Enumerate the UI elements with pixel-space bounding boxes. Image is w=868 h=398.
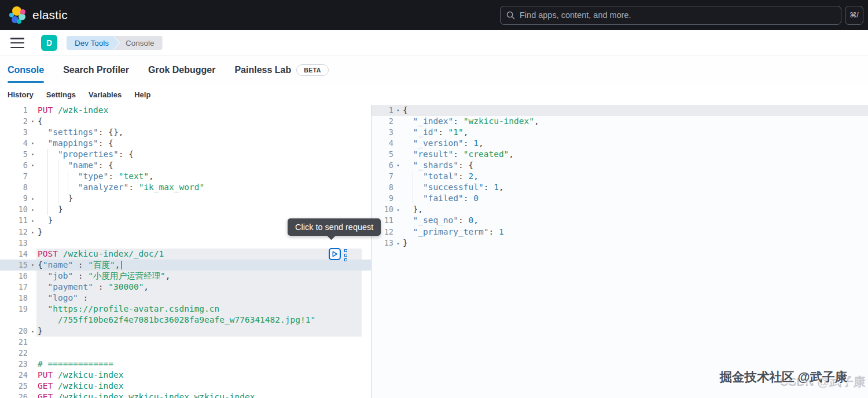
fold-gutter: [393, 215, 403, 226]
code-line[interactable]: 7 "type": "text",: [0, 171, 371, 182]
code-line[interactable]: 20▴}: [0, 326, 371, 337]
fold-toggle-icon[interactable]: ▴: [28, 215, 38, 226]
fold-toggle-icon[interactable]: ▾: [28, 138, 38, 149]
console-editor: 1PUT /wzk-index2▾{3 "settings": {},4▾ "m…: [0, 105, 868, 398]
menu-hamburger-icon[interactable]: [10, 38, 24, 48]
line-number: 15: [0, 260, 28, 271]
fold-toggle-icon[interactable]: ▴: [393, 204, 403, 215]
code-text: }: [38, 326, 371, 337]
fold-toggle-icon[interactable]: ▴: [393, 238, 403, 249]
line-number: 6: [372, 160, 393, 171]
output-line: 13▴}: [372, 238, 868, 249]
line-number: 13: [372, 238, 393, 249]
output-line: 10▴ },: [372, 204, 868, 215]
code-line[interactable]: 8 "analyzer": "ik_max_word": [0, 182, 371, 193]
line-number: 16: [0, 271, 28, 282]
code-line[interactable]: 5▾ "properties": {: [0, 149, 371, 160]
code-line[interactable]: /755ff10be62f4e7081bc36028fa9eafe_w77634…: [0, 315, 371, 326]
line-number: 9: [0, 193, 28, 204]
code-line[interactable]: 24PUT /wzkicu-index: [0, 370, 371, 381]
fold-gutter: [28, 359, 38, 370]
code-line[interactable]: 21: [0, 337, 371, 348]
global-search-input[interactable]: [520, 10, 835, 20]
line-number: [0, 315, 28, 326]
code-line[interactable]: 10▴ }: [0, 204, 371, 215]
breadcrumb-dev-tools[interactable]: Dev Tools: [67, 36, 119, 50]
code-line[interactable]: 2▾{: [0, 116, 371, 127]
code-text: }: [38, 204, 371, 215]
menu-item-variables[interactable]: Variables: [89, 90, 122, 99]
fold-toggle-icon[interactable]: ▾: [28, 116, 38, 127]
code-line[interactable]: 1PUT /wzk-index: [0, 105, 371, 116]
fold-toggle-icon[interactable]: ▴: [28, 204, 38, 215]
code-text: # =============: [38, 359, 371, 370]
fold-gutter: [28, 381, 38, 392]
tab-grok-debugger[interactable]: Grok Debugger: [148, 56, 215, 84]
fold-gutter: [28, 249, 38, 260]
line-number: 24: [0, 370, 28, 381]
menu-item-settings[interactable]: Settings: [46, 90, 76, 99]
send-request-button[interactable]: [329, 248, 341, 260]
fold-toggle-icon[interactable]: ▾: [28, 260, 38, 271]
code-line[interactable]: 14POST /wzkicu-index/_doc/1: [0, 249, 371, 260]
request-editor-pane[interactable]: 1PUT /wzk-index2▾{3 "settings": {},4▾ "m…: [0, 105, 372, 398]
indent-guide: [68, 171, 68, 182]
fold-toggle-icon[interactable]: ▴: [28, 227, 38, 238]
code-line[interactable]: 3 "settings": {},: [0, 127, 371, 138]
code-line[interactable]: 15▾{"name" : "百度",: [0, 260, 371, 271]
code-text: "type": "text",: [38, 171, 371, 182]
code-text: "https://profile-avatar.csdnimg.cn: [38, 304, 371, 315]
tab-label: Console: [8, 65, 44, 75]
indent-guide: [413, 182, 413, 193]
line-number: 3: [0, 127, 28, 138]
code-line[interactable]: 4▾ "mappings": {: [0, 138, 371, 149]
code-line[interactable]: 26GET /wzkicu-index,wzkicu-index,wzkicu-…: [0, 392, 371, 398]
line-number: 7: [372, 171, 393, 182]
fold-gutter: [393, 127, 403, 138]
line-number: 5: [0, 149, 28, 160]
code-line[interactable]: 18 "logo" :: [0, 293, 371, 304]
fold-toggle-icon[interactable]: ▴: [28, 193, 38, 204]
fold-toggle-icon[interactable]: ▾: [28, 149, 38, 160]
fold-gutter: [28, 370, 38, 381]
tab-painless-lab[interactable]: Painless LabBETA: [234, 56, 328, 84]
code-line[interactable]: 22: [0, 348, 371, 359]
output-line: 9 "failed": 0: [372, 193, 868, 204]
output-line: 7 "total": 2,: [372, 171, 868, 182]
code-line[interactable]: 16 "job" : "小度用户运营经理",: [0, 271, 371, 282]
dev-tools-tabs: ConsoleSearch ProfilerGrok DebuggerPainl…: [0, 56, 868, 84]
code-text: PUT /wzkicu-index: [38, 370, 371, 381]
code-text: [38, 348, 371, 359]
line-number: 12: [0, 227, 28, 238]
code-line[interactable]: 13: [0, 238, 371, 249]
code-text: "payment" : "30000",: [38, 282, 371, 293]
breadcrumb: Dev ToolsConsole: [67, 36, 163, 50]
fold-toggle-icon[interactable]: ▴: [28, 326, 38, 337]
tab-search-profiler[interactable]: Search Profiler: [63, 56, 129, 84]
dev-tools-app-icon: D: [41, 35, 57, 51]
code-line[interactable]: 19 "https://profile-avatar.csdnimg.cn: [0, 304, 371, 315]
tab-console[interactable]: Console: [8, 56, 44, 84]
tab-label: Painless Lab: [234, 65, 291, 75]
code-line[interactable]: 25GET /wzkicu-index: [0, 381, 371, 392]
line-number: 21: [0, 337, 28, 348]
code-line[interactable]: 9▴ }: [0, 193, 371, 204]
response-output-pane[interactable]: 1▾{2 "_index": "wzkicu-index",3 "_id": "…: [372, 105, 868, 398]
menu-item-history[interactable]: History: [8, 90, 34, 99]
indent-guide: [413, 193, 413, 204]
indent-guide: [47, 204, 48, 215]
code-line[interactable]: 17 "payment" : "30000",: [0, 282, 371, 293]
code-text: }: [38, 193, 371, 204]
global-search-box[interactable]: [500, 6, 841, 25]
code-line[interactable]: 23# =============: [0, 359, 371, 370]
menu-item-help[interactable]: Help: [134, 90, 150, 99]
line-number: 8: [0, 182, 28, 193]
fold-toggle-icon[interactable]: ▾: [28, 160, 38, 171]
fold-toggle-icon[interactable]: ▾: [393, 105, 403, 116]
code-text: /755ff10be62f4e7081bc36028fa9eafe_w77634…: [38, 315, 371, 326]
line-number: 19: [0, 304, 28, 315]
fold-toggle-icon[interactable]: ▾: [393, 160, 403, 171]
code-text: GET /wzkicu-index,wzkicu-index,wzkicu-in…: [38, 392, 371, 398]
code-line[interactable]: 6▾ "name": {: [0, 160, 371, 171]
code-text: GET /wzkicu-index: [38, 381, 371, 392]
